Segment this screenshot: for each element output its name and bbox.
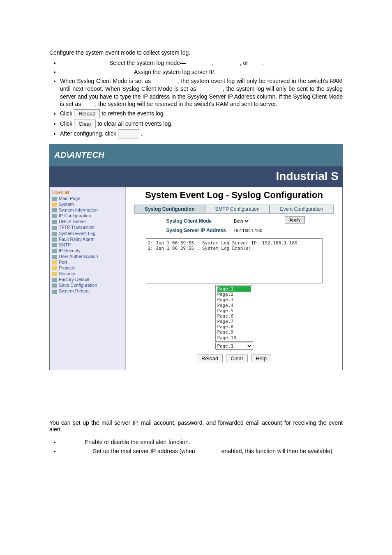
page-item[interactable]: Page.6	[217, 313, 251, 319]
page-icon	[52, 283, 57, 288]
reload-button[interactable]: Reload	[197, 355, 223, 362]
tab-event-config[interactable]: Event Configuration	[270, 205, 333, 214]
page-icon	[52, 243, 57, 247]
sidebar-item[interactable]: SNTP	[52, 242, 124, 248]
instruction-item: Assign the system log server IP.	[60, 68, 343, 76]
txt: .	[141, 130, 143, 137]
tab-smtp-config[interactable]: SMTP Configuration	[205, 205, 270, 214]
intro-text: Configure the system event mode to colle…	[49, 49, 343, 56]
page-item[interactable]: Page.7	[217, 319, 251, 324]
sidebar-item-label: TFTP Transaction	[59, 225, 95, 230]
instruction-item: Select the system log mode— , , or .	[60, 59, 343, 67]
sidebar-item[interactable]: Security	[52, 271, 124, 276]
txt: .	[250, 60, 264, 66]
syslog-mode-select[interactable]: Both	[232, 218, 250, 224]
tab-syslog-config[interactable]: Syslog Configuration	[134, 205, 205, 214]
txt: , or	[215, 60, 248, 66]
sidebar-item-label: System Reboot	[59, 288, 90, 293]
sidebar-item[interactable]: Fault Relay Alarm	[52, 236, 124, 242]
page-icon	[52, 220, 57, 224]
clear-button[interactable]: Clear	[226, 355, 248, 362]
syslog-ip-label: Syslog Server IP Address	[164, 226, 228, 235]
txt: Click	[60, 110, 74, 117]
log-line: 2: Jan 1 06:39:55 : System Log Server IP…	[148, 240, 321, 246]
sidebar-item[interactable]: Port	[52, 259, 124, 265]
page-icon	[52, 290, 57, 294]
txt: Set up the mail server IP address (when	[93, 448, 197, 454]
smtp-list: Enable or disable the email alert functi…	[49, 438, 343, 455]
content-pane: System Event Log - Syslog Configuration …	[126, 187, 342, 370]
sidebar-item-label: IP Configuration	[59, 213, 91, 218]
sidebar-item-label: Protocol	[59, 265, 75, 270]
sidebar-item[interactable]: System	[52, 201, 124, 207]
sidebar-item[interactable]: DHCP Server	[52, 219, 124, 224]
folder-icon	[52, 260, 57, 265]
page-item[interactable]: Page.10	[217, 335, 251, 341]
page-item[interactable]: Page.3	[217, 297, 251, 302]
sidebar-item[interactable]: System Reboot	[52, 288, 124, 294]
sidebar-item[interactable]: TFTP Transaction	[52, 224, 124, 230]
log-line: 1: Jan 1 06:39:55 : System Log Enable!	[148, 246, 321, 251]
page-icon	[52, 208, 57, 212]
txt: Enable or disable the email alert functi…	[85, 439, 190, 445]
sidebar-item[interactable]: System Information	[52, 207, 124, 213]
page-item[interactable]: Page.1	[217, 286, 251, 292]
log-textbox: 2: Jan 1 06:39:55 : System Log Server IP…	[146, 238, 323, 283]
txt: to clear all current events log.	[97, 120, 173, 127]
sidebar-item[interactable]: User Authentication	[52, 253, 124, 259]
sidebar-item[interactable]: System Event Log	[52, 230, 124, 236]
smtp-paragraph: You can set up the mail server IP, mail …	[49, 419, 343, 433]
page-item[interactable]: Page.8	[217, 324, 251, 329]
sub-banner: Industrial S	[49, 166, 343, 187]
syslog-ip-input[interactable]	[232, 227, 278, 234]
smtp-item: Set up the mail server IP address (when …	[60, 447, 343, 455]
sidebar-item[interactable]: IP Configuration	[52, 213, 124, 219]
sidebar-item[interactable]: Protocol	[52, 265, 124, 271]
sidebar-item-label: Port	[59, 260, 67, 265]
txt: When Syslog Client Mode is set as	[60, 78, 153, 84]
sidebar-item-label: System Event Log	[59, 231, 95, 236]
instruction-item: Click Clear to clear all current events …	[60, 120, 343, 129]
txt: ,	[187, 60, 214, 66]
page-icon	[52, 255, 57, 259]
txt: After configuring, click	[60, 130, 118, 137]
instruction-item: When Syslog Client Mode is set as , the …	[60, 77, 343, 108]
txt: enabled, this function will then be avai…	[221, 448, 334, 454]
page-title: System Event Log - Syslog Configuration	[129, 190, 339, 200]
sidebar: Open all Main PageSystemSystem Informati…	[50, 187, 126, 370]
page-icon	[52, 278, 57, 282]
smtp-item: Enable or disable the email alert functi…	[60, 438, 343, 446]
sidebar-item-label: Save Configuration	[59, 283, 97, 288]
sidebar-item-label: SNTP	[59, 242, 71, 247]
page-list: Page.1Page.2Page.3Page.4Page.5Page.6Page…	[215, 285, 253, 350]
page-icon	[52, 232, 57, 236]
sidebar-item[interactable]: Main Page	[52, 196, 124, 201]
brand-logo: AD\ANTECH	[54, 150, 104, 160]
title-bar: AD\ANTECH	[49, 144, 343, 166]
sidebar-item-label: IP Security	[59, 248, 81, 253]
sidebar-item-label: DHCP Server	[59, 219, 86, 224]
sidebar-item-label: Fault Relay Alarm	[59, 237, 95, 242]
txt: Assign the system log server IP.	[134, 69, 215, 75]
blank-button-sample	[118, 129, 139, 138]
clear-button-sample: Clear	[74, 120, 96, 129]
sidebar-item[interactable]: IP Security	[52, 248, 124, 253]
apply-button[interactable]: Apply	[285, 216, 305, 223]
sidebar-item-label: System Information	[59, 207, 98, 212]
page-item[interactable]: Page.5	[217, 308, 251, 313]
help-button[interactable]: Help	[251, 355, 271, 362]
page-icon	[52, 237, 57, 242]
page-item[interactable]: Page.4	[217, 303, 251, 308]
open-all-link[interactable]: Open all	[52, 190, 124, 195]
txt: Select the system log mode—	[109, 60, 186, 66]
config-form: Syslog Client Mode Both Syslog Server IP…	[163, 216, 281, 236]
page-select[interactable]: Page.1	[215, 343, 253, 350]
instruction-list: Select the system log mode— , , or . Ass…	[49, 59, 343, 138]
page-item[interactable]: Page.9	[217, 329, 251, 335]
sidebar-item-label: System	[59, 202, 74, 207]
page-item[interactable]: Page.2	[217, 292, 251, 297]
page-icon	[52, 214, 57, 218]
sidebar-item[interactable]: Save Configuration	[52, 282, 124, 288]
reload-button-sample: Reload	[74, 109, 100, 118]
sidebar-item[interactable]: Factory Default	[52, 276, 124, 282]
